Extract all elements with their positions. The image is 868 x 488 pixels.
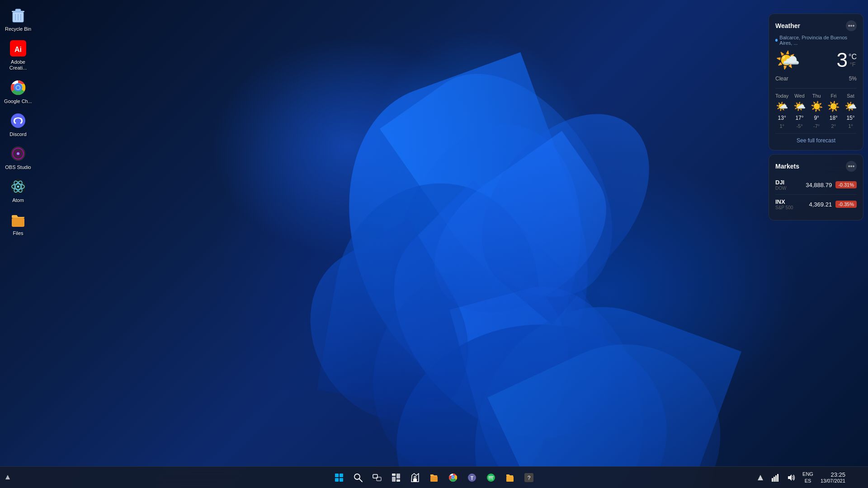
spotify-button[interactable] — [482, 469, 500, 487]
desktop-icon-discord[interactable]: Discord — [2, 110, 34, 139]
forecast-day-label-1: Wed — [794, 93, 804, 99]
weather-fahrenheit[interactable]: °F — [849, 61, 855, 68]
svg-rect-35 — [392, 477, 396, 482]
weather-status-row: Clear 5% — [775, 75, 857, 82]
svg-rect-56 — [777, 474, 778, 482]
svg-rect-58 — [854, 474, 861, 481]
forecast-icon-1: 🌤️ — [793, 101, 806, 113]
market-row-dji[interactable]: DJI DOW 34,888.79 -0.31% — [775, 175, 857, 195]
forecast-high-3: 18° — [830, 115, 838, 121]
tray-expand-button[interactable] — [4, 473, 12, 482]
files-icon — [9, 211, 27, 229]
forecast-low-0: 1° — [779, 123, 784, 129]
chrome-icon — [9, 79, 27, 97]
forecast-high-1: 17° — [795, 115, 803, 121]
taskbar-left — [4, 473, 12, 482]
market-inx-price: 4,369.21 — [809, 201, 832, 208]
markets-header: Markets ••• — [775, 161, 857, 172]
location-dot — [775, 39, 778, 42]
tray-arrow-button[interactable] — [754, 471, 767, 484]
forecast-thu: Thu ☀️ 9° -7° — [811, 93, 823, 129]
system-tray — [754, 471, 798, 484]
svg-point-13 — [16, 120, 18, 122]
svg-rect-34 — [392, 474, 396, 476]
svg-rect-39 — [413, 479, 417, 482]
taskbar-files-button[interactable] — [501, 469, 519, 487]
weather-celsius[interactable]: °C — [849, 53, 857, 61]
desktop-icon-atom[interactable]: Atom — [2, 176, 34, 205]
adobe-label: Adobe Creati... — [4, 59, 33, 71]
bloom-decoration — [274, 41, 681, 447]
forecast-today: Today 🌤️ 13° 1° — [775, 93, 788, 129]
forecast-low-1: -5° — [796, 123, 802, 129]
svg-rect-27 — [340, 474, 343, 477]
weather-icon: 🌤️ — [775, 50, 800, 70]
files-label: Files — [13, 230, 23, 236]
search-button[interactable] — [349, 469, 367, 487]
desktop-background — [0, 0, 868, 488]
recycle-bin-icon — [9, 6, 27, 24]
market-row-inx[interactable]: INX S&P 500 4,369.21 -0.35% — [775, 195, 857, 214]
weather-title: Weather — [775, 22, 800, 29]
forecast-high-0: 13° — [778, 115, 786, 121]
svg-point-23 — [17, 186, 19, 188]
svg-rect-24 — [12, 218, 24, 227]
svg-rect-37 — [396, 479, 400, 482]
task-view-button[interactable] — [368, 469, 386, 487]
forecast-icon-3: ☀️ — [827, 101, 840, 113]
svg-rect-28 — [335, 478, 339, 482]
widgets-button[interactable] — [387, 469, 405, 487]
volume-icon[interactable] — [784, 471, 798, 484]
start-button[interactable] — [330, 469, 348, 487]
forecast-icon-4: 🌤️ — [844, 101, 857, 113]
clock-date: 13/07/2021 — [821, 478, 845, 483]
file-explorer-button[interactable] — [425, 469, 443, 487]
weather-more-button[interactable]: ••• — [846, 20, 857, 31]
discord-label: Discord — [9, 131, 26, 137]
obs-label: OBS Studio — [5, 164, 31, 170]
desktop-icon-files[interactable]: Files — [2, 209, 34, 238]
desktop-icon-chrome[interactable]: Google Ch... — [2, 77, 34, 106]
desktop-icon-adobe[interactable]: Ai Adobe Creati... — [2, 38, 34, 73]
desktop-icon-obs[interactable]: OBS Studio — [2, 143, 34, 172]
notification-button[interactable] — [851, 471, 864, 484]
svg-rect-53 — [772, 478, 773, 482]
forecast-icon-2: ☀️ — [811, 101, 823, 113]
adobe-icon: Ai — [9, 39, 27, 57]
widget-panel: Weather ••• Balcarce, Provincia de Bueno… — [769, 14, 863, 221]
svg-text:?: ? — [528, 475, 531, 481]
forecast-day-label-3: Fri — [830, 93, 836, 99]
svg-point-30 — [354, 474, 360, 479]
lang-line2: ES — [802, 478, 813, 484]
market-dji-info: DJI DOW — [775, 179, 806, 191]
svg-rect-54 — [774, 477, 775, 482]
lang-line1: ENG — [802, 471, 813, 477]
desktop-icon-recycle-bin[interactable]: Recycle Bin — [2, 5, 34, 34]
obs-icon — [9, 145, 27, 163]
language-indicator[interactable]: ENG ES — [801, 470, 815, 485]
chat-button[interactable]: T — [463, 469, 481, 487]
svg-rect-41 — [430, 476, 438, 482]
svg-text:T: T — [471, 476, 473, 481]
forecast-low-2: -7° — [813, 123, 820, 129]
taskbar-center: T ? — [330, 469, 538, 487]
forecast-day-label-2: Thu — [812, 93, 821, 99]
clock[interactable]: 23:25 13/07/2021 — [818, 470, 848, 484]
store-button[interactable] — [406, 469, 424, 487]
taskbar-chrome-button[interactable] — [444, 469, 462, 487]
weather-widget: Weather ••• Balcarce, Provincia de Bueno… — [769, 14, 863, 150]
svg-marker-25 — [5, 475, 10, 479]
markets-more-button[interactable]: ••• — [846, 161, 857, 172]
forecast-high-2: 9° — [814, 115, 819, 121]
forecast-icon-0: 🌤️ — [776, 101, 788, 113]
svg-rect-5 — [15, 9, 21, 11]
atom-label: Atom — [12, 197, 24, 203]
forecast-fri: Fri ☀️ 18° 2° — [827, 93, 840, 129]
network-icon[interactable] — [769, 471, 783, 484]
weather-temperature: 3 — [837, 50, 848, 70]
svg-point-45 — [452, 476, 454, 479]
see-full-forecast[interactable]: See full forecast — [775, 133, 857, 144]
weather-precipitation: 5% — [849, 75, 857, 82]
svg-point-40 — [414, 476, 416, 478]
taskbar-unknown-button[interactable]: ? — [520, 469, 538, 487]
